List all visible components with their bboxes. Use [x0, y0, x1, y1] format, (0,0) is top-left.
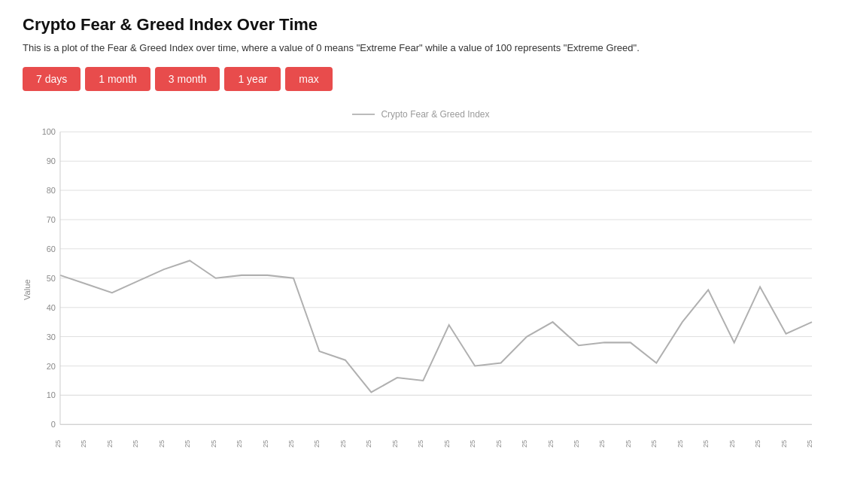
svg-text:12 Mar. 2025: 12 Mar. 2025 — [650, 440, 658, 448]
svg-text:8 Mar. 2025: 8 Mar. 2025 — [547, 440, 555, 448]
svg-text:25 Feb. 2025: 25 Feb. 2025 — [262, 440, 269, 448]
btn-7days[interactable]: 7 days — [23, 67, 81, 91]
legend-line-icon — [352, 114, 375, 115]
svg-text:7 Mar. 2025: 7 Mar. 2025 — [521, 440, 528, 448]
btn-1year[interactable]: 1 year — [224, 67, 281, 91]
svg-text:19 Feb. 2025: 19 Feb. 2025 — [106, 440, 114, 448]
svg-text:50: 50 — [47, 274, 56, 283]
svg-text:18 Feb. 2025: 18 Feb. 2025 — [81, 440, 88, 448]
svg-text:6 Mar. 2025: 6 Mar. 2025 — [495, 440, 503, 448]
svg-text:26 Feb. 2025: 26 Feb. 2025 — [287, 440, 295, 448]
chart-container: Crypto Fear & Greed Index Value 100 90 — [23, 109, 819, 455]
svg-text:40: 40 — [47, 303, 56, 312]
svg-text:9 Mar. 2025: 9 Mar. 2025 — [573, 440, 580, 448]
svg-text:18 Mar. 2025: 18 Mar. 2025 — [806, 440, 813, 448]
svg-text:10 Mar. 2025: 10 Mar. 2025 — [598, 440, 606, 448]
svg-text:14 Mar. 2025: 14 Mar. 2025 — [702, 440, 710, 448]
chart-line — [60, 260, 812, 392]
svg-text:30: 30 — [47, 332, 56, 342]
svg-text:3 Mar. 2025: 3 Mar. 2025 — [417, 440, 424, 448]
btn-max[interactable]: max — [285, 67, 332, 91]
svg-text:60: 60 — [47, 244, 56, 254]
svg-text:4 Mar. 2025: 4 Mar. 2025 — [443, 440, 451, 448]
svg-text:80: 80 — [47, 186, 56, 195]
svg-text:21 Feb. 2025: 21 Feb. 2025 — [158, 440, 166, 448]
svg-text:70: 70 — [47, 215, 56, 224]
svg-text:22 Feb. 2025: 22 Feb. 2025 — [184, 440, 191, 448]
btn-3month[interactable]: 3 month — [155, 67, 220, 91]
svg-text:100: 100 — [42, 127, 56, 136]
chart-area: Value 100 90 80 70 60 50 40 30 — [23, 124, 819, 448]
chart-legend: Crypto Fear & Greed Index — [23, 109, 819, 120]
svg-text:15 Mar. 2025: 15 Mar. 2025 — [728, 440, 736, 448]
svg-text:24 Feb. 2025: 24 Feb. 2025 — [236, 440, 243, 448]
svg-text:0: 0 — [51, 420, 56, 429]
svg-text:Value: Value — [23, 279, 32, 300]
svg-text:28 Feb. 2025: 28 Feb. 2025 — [339, 440, 347, 448]
svg-text:20 Feb. 2025: 20 Feb. 2025 — [132, 440, 139, 448]
svg-text:17 Feb. 2025: 17 Feb. 2025 — [54, 440, 62, 448]
svg-text:13 Mar. 2025: 13 Mar. 2025 — [676, 440, 684, 448]
svg-text:1 Mar. 2025: 1 Mar. 2025 — [365, 440, 372, 448]
page-subtitle: This is a plot of the Fear & Greed Index… — [23, 42, 819, 53]
svg-text:2 Mar. 2025: 2 Mar. 2025 — [391, 440, 399, 448]
svg-text:11 Mar. 2025: 11 Mar. 2025 — [625, 440, 632, 448]
svg-text:90: 90 — [47, 156, 56, 165]
time-range-buttons: 7 days 1 month 3 month 1 year max — [23, 67, 819, 91]
svg-text:23 Feb. 2025: 23 Feb. 2025 — [210, 440, 217, 448]
svg-text:5 Mar. 2025: 5 Mar. 2025 — [469, 440, 476, 448]
legend-label: Crypto Fear & Greed Index — [381, 109, 489, 120]
svg-text:10: 10 — [47, 390, 56, 399]
svg-text:17 Mar. 2025: 17 Mar. 2025 — [780, 440, 788, 448]
btn-1month[interactable]: 1 month — [85, 67, 150, 91]
svg-text:20: 20 — [47, 361, 56, 370]
page-title: Crypto Fear & Greed Index Over Time — [23, 15, 819, 35]
svg-text:27 Feb. 2025: 27 Feb. 2025 — [314, 440, 321, 448]
svg-text:16 Mar. 2025: 16 Mar. 2025 — [754, 440, 761, 448]
chart-svg: Value 100 90 80 70 60 50 40 30 — [23, 124, 819, 448]
